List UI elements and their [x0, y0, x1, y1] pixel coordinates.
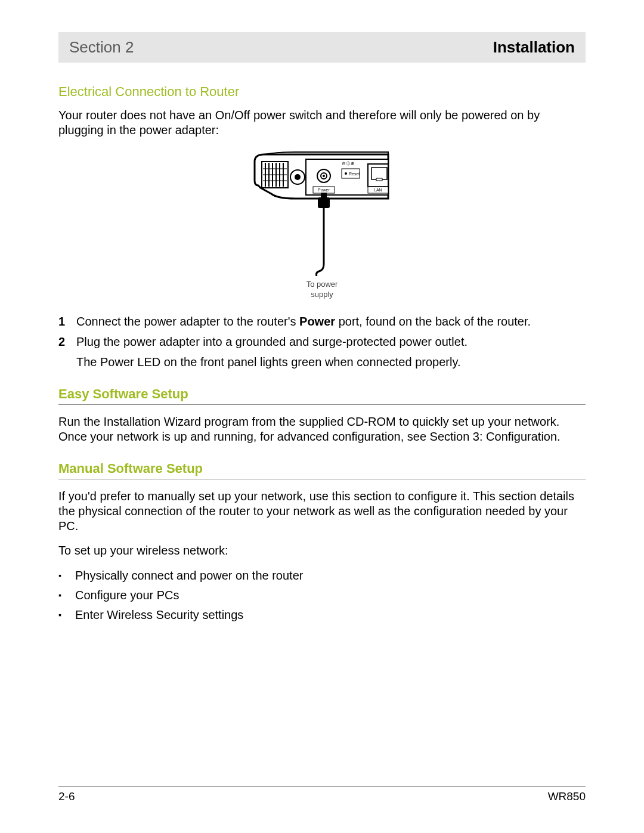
router-svg: ⊖⏀⊕ Reset Power LAN: [253, 151, 391, 276]
footer-page-number: 2-6: [58, 790, 75, 803]
step-text-suffix: port, found on the back of the router.: [335, 315, 531, 328]
step-text-bold: Power: [299, 315, 335, 328]
illustration-caption-line1: To power: [253, 280, 391, 289]
list-item: ▪ Configure your PCs: [58, 587, 586, 603]
numbered-steps: 1 Connect the power adapter to the route…: [58, 314, 586, 370]
bullet-icon: ▪: [58, 607, 75, 621]
bullet-icon: ▪: [58, 568, 75, 581]
svg-rect-24: [376, 178, 382, 181]
bullet-text: Configure your PCs: [75, 587, 179, 603]
svg-point-15: [323, 175, 325, 177]
svg-text:Power: Power: [318, 188, 330, 192]
page-footer: 2-6 WR850: [58, 790, 586, 803]
svg-text:Reset: Reset: [349, 172, 360, 176]
svg-rect-23: [371, 168, 387, 179]
footer-model: WR850: [548, 790, 586, 803]
footer-rule: [58, 786, 586, 786]
bullet-icon: ▪: [58, 587, 75, 601]
page-header-bar: Section 2 Installation: [58, 32, 586, 63]
illustration-caption-line2: supply: [253, 290, 391, 299]
step-extra-text: The Power LED on the front panel lights …: [76, 354, 586, 370]
svg-point-18: [345, 172, 347, 175]
manual-setup-body2: To set up your wireless network:: [58, 543, 586, 558]
svg-point-12: [295, 174, 301, 180]
step-number: 1: [58, 314, 76, 329]
list-item: ▪ Physically connect and power on the ro…: [58, 568, 586, 584]
step-body: Plug the power adapter into a grounded a…: [76, 334, 586, 349]
subheading-easy-software-setup: Easy Software Setup: [58, 386, 586, 405]
page-title: Installation: [493, 38, 575, 57]
svg-text:⊖⏀⊕: ⊖⏀⊕: [342, 161, 355, 166]
step-number: 2: [58, 334, 76, 349]
subheading-electrical-connection: Electrical Connection to Router: [58, 84, 586, 100]
manual-bullet-list: ▪ Physically connect and power on the ro…: [58, 568, 586, 623]
router-illustration-wrap: ⊖⏀⊕ Reset Power LAN To power: [58, 151, 586, 299]
bullet-text: Enter Wireless Security settings: [75, 607, 243, 623]
electrical-intro-text: Your router does not have an On/Off powe…: [58, 108, 586, 138]
svg-rect-28: [321, 193, 327, 199]
bullet-text: Physically connect and power on the rout…: [75, 568, 303, 584]
manual-setup-body1: If you'd prefer to manually set up your …: [58, 489, 586, 534]
step-body: Connect the power adapter to the router'…: [76, 314, 586, 329]
svg-text:LAN: LAN: [374, 188, 382, 192]
document-page: Section 2 Installation Electrical Connec…: [0, 0, 644, 833]
step-text-prefix: Plug the power adapter into a grounded a…: [76, 335, 467, 348]
step-text-prefix: Connect the power adapter to the router'…: [76, 315, 299, 328]
router-illustration: ⊖⏀⊕ Reset Power LAN To power: [253, 151, 391, 299]
section-label: Section 2: [69, 38, 134, 57]
easy-setup-body: Run the Installation Wizard program from…: [58, 414, 586, 444]
subheading-manual-software-setup: Manual Software Setup: [58, 461, 586, 479]
list-item: ▪ Enter Wireless Security settings: [58, 607, 586, 623]
step-1: 1 Connect the power adapter to the route…: [58, 314, 586, 329]
svg-rect-27: [318, 197, 330, 208]
step-2: 2 Plug the power adapter into a grounded…: [58, 334, 586, 349]
